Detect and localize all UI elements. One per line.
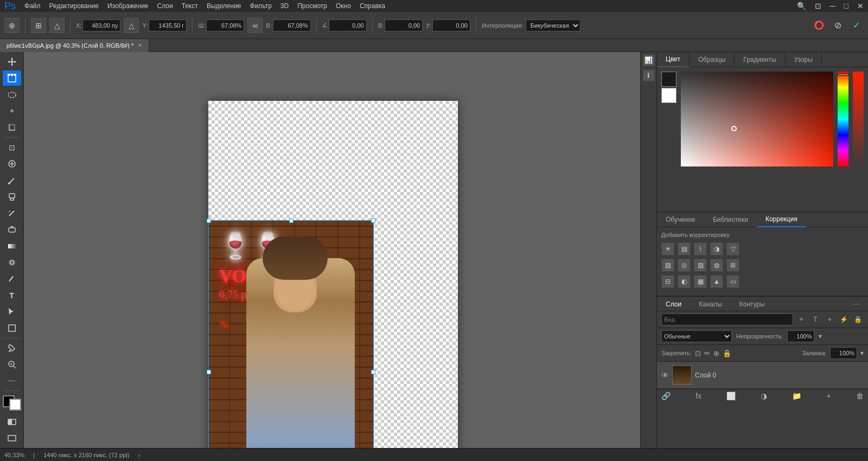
minimize-icon[interactable]: ─ [830, 2, 835, 10]
brush-tool[interactable] [3, 172, 21, 188]
histogram-btn[interactable]: 📊 [643, 54, 655, 66]
close-icon[interactable]: ✕ [857, 2, 864, 10]
new-adjustment-btn[interactable]: ◑ [761, 392, 767, 400]
layer-type-btn[interactable]: T [809, 313, 821, 325]
confirm-transform-btn[interactable]: ✓ [848, 18, 864, 33]
x-input[interactable] [82, 20, 120, 31]
lock-position-icon[interactable]: ✏ [704, 349, 710, 357]
text-tool[interactable]: T [3, 287, 21, 303]
layer-adjust-btn[interactable]: ⌖ [824, 313, 835, 325]
delete-layer-btn[interactable]: 🗑 [856, 392, 864, 400]
y-input[interactable] [149, 20, 187, 31]
vibrance-icon[interactable]: ▽ [726, 242, 739, 255]
more-tools[interactable]: ··· [3, 373, 21, 388]
patterns-tab[interactable]: Узоры [786, 52, 822, 67]
document-tab[interactable]: p6lwc1vBGpA.jpg @ 40,3% (Слой 0, RGB/8#)… [0, 39, 149, 52]
background-color[interactable] [9, 399, 21, 411]
fg-color-box[interactable] [661, 72, 676, 87]
layers-collapse-btn[interactable]: ⋯ [844, 297, 868, 312]
hue-slider[interactable] [838, 72, 848, 167]
fill-input[interactable] [830, 347, 857, 359]
link-layers-btn[interactable]: 🔗 [661, 392, 671, 400]
menu-3d[interactable]: 3D [280, 2, 289, 10]
interp-select[interactable]: Бикубическая [526, 20, 580, 31]
menu-file[interactable]: Файл [24, 2, 41, 10]
add-layer-btn[interactable]: + [795, 313, 807, 325]
link-wh-btn[interactable]: ∞ [247, 18, 263, 33]
menu-window[interactable]: Окно [336, 2, 351, 10]
angle-tool[interactable]: ⌖ [3, 104, 21, 119]
lock-all-icon[interactable]: 🔒 [723, 349, 731, 357]
color-tab[interactable]: Цвет [657, 52, 690, 67]
invert-icon[interactable]: ◐ [678, 275, 691, 288]
search-icon[interactable]: 🔍 [797, 2, 806, 10]
opacity-input[interactable] [787, 330, 814, 342]
transform-mode-btn[interactable]: △ [49, 18, 65, 33]
channel-mixer-icon[interactable]: ⊞ [726, 259, 739, 272]
blur-tool[interactable] [3, 255, 21, 270]
layer-lock-btn[interactable]: 🔒 [852, 313, 864, 325]
canvas-area[interactable]: 🍷🍷 VO D 0,75 pl ∿ [24, 52, 640, 448]
menu-layers[interactable]: Слои [157, 2, 173, 10]
threshold-icon[interactable]: ▲ [710, 275, 723, 288]
exposure-icon[interactable]: ◑ [710, 242, 723, 255]
paths-tab[interactable]: Контуры [731, 297, 774, 312]
eyedropper-tool[interactable]: ⊡ [3, 140, 21, 155]
lasso-tool[interactable] [3, 87, 21, 102]
pen-tool[interactable] [3, 271, 21, 286]
menu-select[interactable]: Выделение [207, 2, 241, 10]
move-tool[interactable] [3, 54, 21, 69]
swatches-tab[interactable]: Образцы [690, 52, 735, 67]
transform-tool[interactable] [3, 71, 21, 86]
vskew-input[interactable] [432, 20, 470, 31]
add-mask-btn[interactable]: ⬜ [726, 392, 736, 400]
blend-mode-select[interactable]: Обычные [661, 330, 732, 342]
color-gradient-picker[interactable] [681, 72, 833, 167]
angle-input[interactable] [329, 20, 367, 31]
link-x-y-btn[interactable]: △ [124, 18, 139, 33]
info-btn[interactable]: ℹ [643, 69, 655, 81]
menu-filter[interactable]: Фильтр [250, 2, 272, 10]
zoom-tool[interactable] [3, 357, 21, 372]
w-input[interactable] [206, 20, 244, 31]
gradient-map-icon[interactable]: ▭ [726, 275, 739, 288]
gradient-tool[interactable] [3, 238, 21, 253]
brightness-contrast-icon[interactable]: ☀ [661, 242, 674, 255]
curves-icon[interactable]: ⌇ [694, 242, 707, 255]
correction-tab[interactable]: Коррекция [757, 212, 806, 227]
quick-mask-btn[interactable] [3, 414, 21, 429]
bw-icon[interactable]: ▨ [694, 259, 707, 272]
new-layer-btn[interactable]: + [827, 392, 831, 400]
menu-view[interactable]: Просмотр [297, 2, 327, 10]
menu-image[interactable]: Изображение [107, 2, 149, 10]
screen-mode-btn[interactable] [3, 431, 21, 446]
levels-icon[interactable]: ▤ [678, 242, 691, 255]
alpha-slider[interactable] [853, 72, 864, 167]
path-select-tool[interactable] [3, 304, 21, 319]
menu-edit[interactable]: Редактирование [49, 2, 99, 10]
tab-close-btn[interactable]: ✕ [138, 42, 142, 48]
new-group-btn[interactable]: 📁 [792, 392, 801, 400]
photo-filter-icon[interactable]: ◍ [710, 259, 723, 272]
cancel-transform-btn[interactable]: ⊘ [830, 18, 845, 33]
libraries-tab[interactable]: Библиотеки [704, 212, 757, 227]
status-arrow[interactable]: › [138, 452, 140, 458]
h-input[interactable] [273, 20, 311, 31]
layer-link-btn[interactable]: ⚡ [838, 313, 850, 325]
layer-visibility-btn[interactable]: 👁 [661, 371, 669, 380]
wand-icon[interactable]: ⭕ [812, 18, 827, 33]
shape-tool[interactable] [3, 321, 21, 336]
crop-tool[interactable] [3, 120, 21, 135]
layers-tab[interactable]: Слои [657, 297, 690, 312]
opacity-chevron[interactable]: ▾ [819, 332, 822, 340]
heal-tool[interactable] [3, 156, 21, 171]
transform-options-btn[interactable]: ⊕ [4, 18, 20, 33]
add-effect-btn[interactable]: fx [695, 392, 701, 400]
hskew-input[interactable] [385, 20, 423, 31]
channels-tab[interactable]: Каналы [690, 297, 731, 312]
lock-artboard-icon[interactable]: ⊕ [713, 349, 719, 357]
menu-help[interactable]: Справка [360, 2, 385, 10]
hsl-icon[interactable]: ▧ [661, 259, 674, 272]
table-row[interactable]: 👁 Слой 0 [657, 362, 868, 389]
stamp-tool[interactable] [3, 189, 21, 204]
